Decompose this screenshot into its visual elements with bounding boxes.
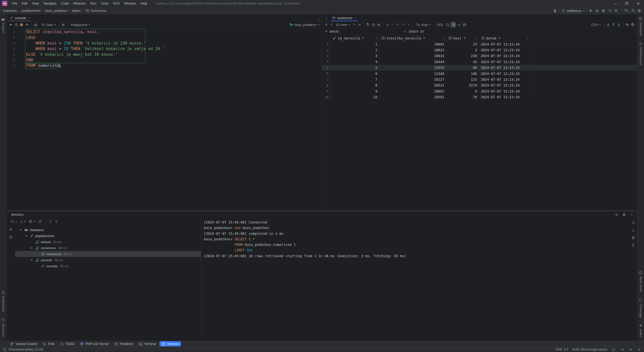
cell-stevilka_narocila[interactable]: 18501 (379, 94, 446, 100)
services-tree[interactable]: ▾Database▾phpMyAdmindefault29 ms▾numeric… (15, 225, 201, 340)
cell-id_narocila[interactable]: 7 (331, 76, 379, 82)
delete-row-icon[interactable]: − (390, 22, 395, 27)
auto-refresh-icon[interactable] (371, 22, 376, 27)
debug-button[interactable] (595, 9, 599, 13)
tree-node-phpMyAdmin[interactable]: ▾phpMyAdmin (15, 233, 201, 239)
column-filter-funnel-icon[interactable] (361, 36, 365, 40)
chart-view-icon[interactable] (457, 22, 461, 27)
column-header-kosi[interactable]: kosi⇅ (446, 35, 479, 41)
close-tab-icon[interactable]: × (28, 16, 30, 20)
schema-select[interactable]: baza_podatkov ▾ (288, 22, 320, 27)
data-grid[interactable]: id_narocila⇅stevilka_narocila⇅kosi⇅datum… (322, 35, 637, 100)
stripe-item-notifications[interactable]: Notifications (638, 41, 643, 65)
column-sort-icon[interactable]: ⇅ (475, 36, 477, 40)
cell-datum[interactable]: 2024-07-07 13:23:24 (479, 82, 530, 88)
menu-window[interactable]: Window (122, 0, 138, 7)
hide-panel-icon[interactable]: − (629, 212, 634, 217)
breadcrumb-item-Database[interactable]: Database (3, 9, 17, 13)
submit-changes-icon[interactable]: ↑ (406, 22, 411, 27)
dashboard-layout-icon[interactable] (9, 235, 13, 239)
close-tab-icon[interactable]: × (354, 16, 356, 20)
panel-settings-gear-icon[interactable]: ⚙ (622, 212, 626, 217)
cell-kosi[interactable]: 3214 (446, 82, 479, 88)
last-page-button[interactable] (357, 22, 361, 27)
settings-wrench-icon[interactable] (24, 22, 29, 27)
column-header-id_narocila[interactable]: id_narocila⇅ (331, 35, 379, 41)
stripe-item-structure[interactable]: Structure (1, 318, 6, 337)
menu-refactor[interactable]: Refactor (71, 0, 88, 7)
locate-icon[interactable] (614, 212, 619, 217)
services-console-output[interactable]: [2024-07-07 15:45:08] Connectedbaza_poda… (201, 218, 629, 340)
view-options-eye-icon[interactable] (625, 22, 630, 27)
row-number[interactable]: 6 (322, 71, 331, 76)
stop-console-button[interactable] (61, 22, 65, 27)
cell-kosi[interactable]: 3 (446, 47, 479, 53)
code-line[interactable]: 6END (7, 57, 322, 63)
lock-icon[interactable] (637, 347, 641, 352)
cell-stevilka_narocila[interactable]: 18001 (379, 88, 446, 94)
cell-stevilka_narocila[interactable]: 15555 (379, 65, 446, 71)
cell-kosi[interactable]: 230 (446, 53, 479, 59)
cell-stevilka_narocila[interactable]: 10521 (379, 82, 446, 88)
menu-tools[interactable]: Tools (99, 0, 111, 7)
tree-node-numericno[interactable]: numericno89 ms (15, 251, 201, 257)
filter-panel-toggle[interactable] (451, 22, 456, 27)
cell-kosi[interactable]: 78 (446, 94, 479, 100)
tree-node-default[interactable]: default29 ms (15, 239, 201, 245)
chevron-down-icon[interactable]: ▾ (30, 246, 34, 250)
column-filter-funnel-icon[interactable] (422, 36, 426, 40)
toolwindow-button-services[interactable]: Services (159, 341, 181, 346)
minimize-button[interactable]: — (609, 0, 621, 7)
toolwindow-button-version-control[interactable]: Version Control (8, 341, 39, 346)
stripe-item-project[interactable]: Project (1, 17, 6, 33)
cell-datum[interactable]: 2024-07-07 13:23:24 (479, 65, 530, 71)
cell-kosi[interactable]: 9 (446, 88, 479, 94)
stripe-item-make[interactable]: Mmake (638, 323, 643, 337)
cell-kosi[interactable]: 100 (446, 71, 479, 76)
playground-mode-select[interactable]: Playground▾ (70, 22, 91, 27)
toolwindow-button-todo[interactable]: TODO (58, 341, 76, 346)
tab-options-kebab-icon[interactable]: ⋮ (315, 17, 322, 21)
tx-filter-button[interactable]: Tx▾ (10, 219, 18, 224)
cell-datum[interactable]: 2024-07-07 13:23:24 (479, 53, 530, 59)
cell-id_narocila[interactable]: 9 (331, 88, 379, 94)
aggregate-sum[interactable]: SUM: Not enough values (572, 348, 607, 351)
row-number[interactable]: 10 (322, 94, 331, 100)
tab-numericno[interactable]: numericno × (330, 15, 358, 21)
table-row[interactable]: 991800192024-07-07 13:23:24 (322, 88, 637, 94)
menu-vcs[interactable]: VCS (111, 0, 122, 7)
code-line[interactable]: 3 WHEN kosi = 230 THEN 'V košarici je 23… (7, 40, 322, 46)
table-row[interactable]: 4410444432024-07-07 13:23:24 (322, 59, 637, 65)
ddl-button[interactable]: DDL (436, 22, 445, 27)
cell-datum[interactable]: 2024-07-07 13:23:24 (479, 94, 530, 100)
stop-query-button[interactable] (376, 22, 381, 27)
column-header-stevilka_narocila[interactable]: stevilka_narocila⇅ (379, 35, 446, 41)
table-row[interactable]: 66123461002024-07-07 13:23:24 (322, 71, 637, 76)
cell-datum[interactable]: 2024-07-07 13:23:24 (479, 71, 530, 76)
restore-button[interactable] (621, 0, 632, 7)
cell-id_narocila[interactable]: 2 (331, 47, 379, 53)
connection-status[interactable]: Connected (today 13:10) (9, 348, 43, 351)
cell-id_narocila[interactable]: 6 (331, 71, 379, 76)
cell-datum[interactable]: 2024-07-07 13:23:24 (479, 59, 530, 65)
history-button[interactable] (14, 22, 18, 27)
code-line[interactable]: 5ELSE 'V košarici je manj kot 10 kosov.' (7, 52, 322, 57)
profiler-status-icon[interactable] (620, 347, 624, 352)
code-line[interactable]: 4 WHEN kosi > 10 THEN 'Velikost košarice… (7, 46, 322, 52)
cell-kosi[interactable]: 123 (446, 76, 479, 82)
row-number[interactable]: 4 (322, 59, 331, 65)
row-number[interactable]: 8 (322, 82, 331, 88)
table-row[interactable]: 77101271232024-07-07 13:23:24 (322, 76, 637, 82)
toolwindow-button-terminal[interactable]: Terminal (137, 341, 158, 346)
redo-changes-icon[interactable]: ↷ (401, 22, 406, 27)
cell-stevilka_narocila[interactable]: 10444 (379, 59, 446, 65)
cell-id_narocila[interactable]: 3 (331, 53, 379, 59)
tab-options-kebab-icon[interactable]: ⋮ (323, 17, 330, 21)
row-number[interactable]: 3 (322, 53, 331, 59)
cell-stevilka_narocila[interactable]: 10127 (379, 76, 446, 82)
row-number[interactable]: 2 (322, 47, 331, 53)
ai-assistant-icon[interactable] (611, 347, 616, 352)
table-row[interactable]: 5515555602024-07-07 13:23:24 (322, 65, 637, 71)
menu-view[interactable]: View (30, 0, 41, 7)
grid-corner-cell[interactable] (322, 35, 331, 41)
